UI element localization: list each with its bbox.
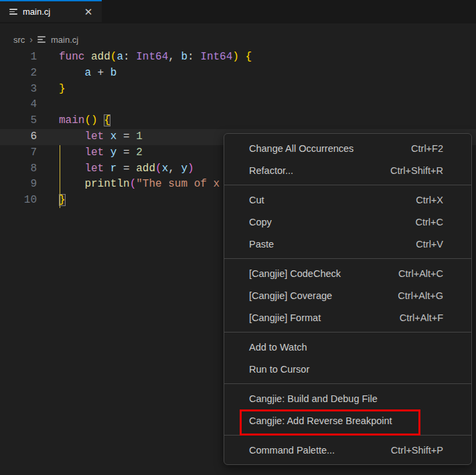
code-token [59,67,84,79]
code-text: let r = add(x, y) [37,161,194,177]
code-line[interactable]: 2 a + b [0,66,476,82]
menu-item-label: Refactor... [249,165,293,176]
code-text: let y = 2 [37,145,143,161]
menu-item-shortcut: Ctrl+Shift+P [391,445,443,456]
line-number: 10 [0,193,37,209]
menu-item-label: Command Palette... [249,445,335,456]
code-token: ( [155,163,162,175]
line-number: 3 [0,82,37,98]
menu-item-shortcut: Ctrl+V [416,239,443,250]
code-token: let [84,163,104,175]
code-token: = [116,130,136,142]
menu-item-label: Cangjie: Build and Debug File [249,393,378,404]
code-token: x [110,130,117,142]
code-token: b [110,67,117,79]
code-token [59,130,84,142]
line-number: 7 [0,145,37,161]
breadcrumb-file[interactable]: main.cj [51,35,78,45]
code-token: Int64 [200,51,232,63]
menu-item-label: Add to Watch [249,342,307,353]
menu-item-paste[interactable]: PasteCtrl+V [224,233,471,255]
menu-item-cangjie-coverage[interactable]: [Cangjie] CoverageCtrl+Alt+G [224,284,471,306]
breadcrumb: src › main.cj [13,31,78,48]
menu-separator [224,435,471,436]
code-token [239,51,246,63]
menu-item-command-palette[interactable]: Command Palette...Ctrl+Shift+P [224,439,471,461]
menu-separator [224,258,471,259]
code-text [37,97,59,113]
code-text: } [37,193,66,209]
code-token: , [168,163,181,175]
menu-item-shortcut: Ctrl+Alt+F [400,312,443,323]
code-token [59,147,84,159]
code-token: main [59,114,84,126]
code-token: println [84,178,129,190]
code-line[interactable]: 3} [0,82,476,98]
menu-item-cangjie-codecheck[interactable]: [Cangjie] CodeCheckCtrl+Alt+C [224,262,471,284]
menu-item-label: [Cangjie] CodeCheck [249,268,341,279]
close-icon[interactable]: ✕ [82,5,95,19]
code-token: : [187,51,200,63]
code-token [59,163,84,175]
code-token: ) [187,163,194,175]
code-token: a [116,51,123,63]
code-token [59,178,84,190]
menu-item-label: Cangjie: Add Reverse Breakpoint [249,415,392,426]
menu-item-label: Change All Occurrences [249,143,353,154]
menu-item-copy[interactable]: CopyCtrl+C [224,211,471,233]
code-line[interactable]: 5main() { [0,113,476,129]
code-line[interactable]: 1func add(a: Int64, b: Int64) { [0,50,476,66]
code-token: 2 [136,147,143,159]
code-token [104,130,110,142]
code-token: ) [232,51,239,63]
code-text: main() { [37,113,110,129]
menu-item-cangjie-add-reverse-breakpoint[interactable]: Cangjie: Add Reverse Breakpoint [224,409,471,432]
code-token: b [181,51,187,63]
code-token [104,147,110,159]
code-token: : [123,51,136,63]
code-token: let [84,147,104,159]
code-token: Int64 [136,51,168,63]
code-token: { [246,51,252,63]
code-token: , [168,51,181,63]
breadcrumb-folder[interactable]: src [13,35,25,45]
menu-item-cangjie-format[interactable]: [Cangjie] FormatCtrl+Alt+F [224,306,471,328]
code-token: "The sum of x [136,178,220,190]
code-token: ( [110,51,117,63]
code-token: add [136,163,155,175]
line-number: 4 [0,97,37,113]
code-text: } [37,82,66,98]
menu-item-label: [Cangjie] Format [249,312,321,323]
code-token: = [116,163,136,175]
menu-item-label: [Cangjie] Coverage [249,290,332,301]
code-token: 1 [136,130,143,142]
code-token: { [104,114,110,126]
menu-item-shortcut: Ctrl+Alt+C [398,268,443,279]
menu-item-shortcut: Ctrl+X [416,195,443,205]
code-token: add [91,51,110,63]
code-token: } [59,83,66,95]
menu-item-cangjie-build-and-debug-file[interactable]: Cangjie: Build and Debug File [224,387,471,409]
file-icon [9,9,18,15]
tab-main-cj[interactable]: main.cj ✕ [0,0,102,22]
code-token: func [59,51,84,63]
menu-item-add-to-watch[interactable]: Add to Watch [224,336,471,358]
code-line[interactable]: 4 [0,97,476,113]
code-token: = [116,147,136,159]
menu-item-refactor[interactable]: Refactor...Ctrl+Shift+R [224,159,471,181]
menu-item-shortcut: Ctrl+Alt+G [398,290,443,301]
code-text: let x = 1 [37,129,143,145]
menu-item-label: Run to Cursor [249,364,309,375]
code-token: () [84,114,97,126]
menu-item-shortcut: Ctrl+Shift+R [390,165,443,176]
menu-item-run-to-cursor[interactable]: Run to Cursor [224,358,471,380]
code-token: let [84,130,104,142]
menu-item-change-all-occurrences[interactable]: Change All OccurrencesCtrl+F2 [224,137,471,159]
code-token [84,51,91,63]
tab-title: main.cj [23,7,50,17]
code-text: func add(a: Int64, b: Int64) { [37,50,252,66]
file-icon [37,36,46,42]
line-number: 8 [0,161,37,177]
menu-item-cut[interactable]: CutCtrl+X [224,189,471,211]
menu-separator [224,332,471,332]
